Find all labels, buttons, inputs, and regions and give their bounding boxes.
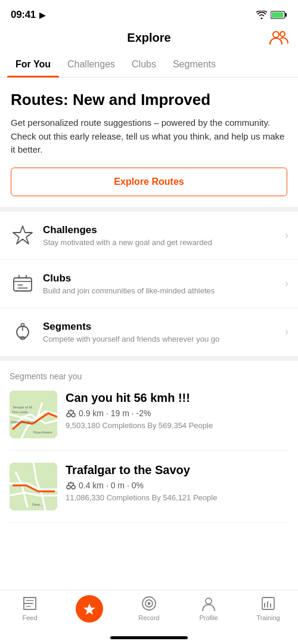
tab-clubs[interactable]: Clubs bbox=[123, 52, 164, 77]
feature-item-challenges[interactable]: Challenges Stay motivated with a new goa… bbox=[0, 212, 298, 260]
location-arrow-icon: ▶ bbox=[39, 11, 45, 20]
tab-for-you[interactable]: For You bbox=[7, 52, 59, 77]
svg-point-16 bbox=[67, 413, 70, 417]
routes-section: Routes: New and Improved Get personalize… bbox=[0, 78, 298, 212]
community-icon[interactable] bbox=[269, 29, 288, 47]
segment-title-2: Trafalgar to the Savoy bbox=[66, 463, 288, 477]
tab-challenges[interactable]: Challenges bbox=[59, 52, 123, 77]
tabs: For You Challenges Clubs Segments bbox=[0, 52, 298, 78]
battery-icon bbox=[271, 11, 287, 19]
svg-point-17 bbox=[72, 413, 75, 417]
wifi-icon bbox=[256, 11, 267, 19]
svg-rect-2 bbox=[272, 13, 284, 18]
svg-text:Temple of M: Temple of M bbox=[13, 405, 32, 409]
segment-info-1: Can you hit 56 kmh !!! 0.9 km · 19 m · -… bbox=[57, 391, 288, 430]
status-bar: 09:41 ▶ bbox=[0, 0, 298, 26]
status-icons bbox=[256, 11, 287, 19]
svg-rect-6 bbox=[14, 278, 32, 291]
record-label: Record bbox=[138, 614, 159, 621]
routes-title: Routes: New and Improved bbox=[11, 91, 287, 109]
header: Explore bbox=[0, 26, 298, 52]
segments-icon bbox=[10, 319, 36, 345]
clubs-icon bbox=[10, 271, 36, 297]
segment-card-2[interactable]: Deep... Trafalgar to the Savoy 0.4 km · … bbox=[10, 463, 288, 523]
segment-stats-1: 0.9 km · 19 m · -2% bbox=[66, 408, 288, 418]
feature-item-clubs[interactable]: Clubs Build and join communities of like… bbox=[0, 260, 298, 308]
svg-marker-23 bbox=[83, 603, 95, 615]
explore-icon bbox=[76, 595, 103, 623]
segment-card-1[interactable]: Temple of M The Londo... Millennium Brid… bbox=[10, 391, 288, 451]
profile-label: Profile bbox=[199, 614, 218, 621]
svg-point-27 bbox=[206, 598, 212, 604]
segments-chevron-icon: › bbox=[285, 326, 288, 338]
svg-point-21 bbox=[67, 485, 70, 489]
segment-info-2: Trafalgar to the Savoy 0.4 km · 0 m · 0%… bbox=[57, 463, 288, 502]
record-icon bbox=[141, 595, 157, 612]
segments-near-you-label: Segments near you bbox=[10, 371, 288, 381]
svg-text:Deep...: Deep... bbox=[32, 503, 43, 506]
svg-rect-1 bbox=[285, 13, 287, 17]
routes-description: Get personalized route suggestions – pow… bbox=[11, 116, 287, 157]
segment-completions-2: 11,086,330 Completions By 546,121 People bbox=[66, 493, 288, 502]
feed-label: Feed bbox=[22, 614, 37, 621]
svg-point-22 bbox=[72, 485, 75, 489]
segments-text: Segments Compete with yourself and frien… bbox=[36, 321, 285, 343]
explore-routes-button[interactable]: Explore Routes bbox=[11, 168, 287, 196]
main-content: Explore For You Challenges Clubs Segment… bbox=[0, 26, 298, 589]
segment-stats-2: 0.4 km · 0 m · 0% bbox=[66, 481, 288, 490]
feature-list: Challenges Stay motivated with a new goa… bbox=[0, 212, 298, 361]
nav-item-record[interactable]: Record bbox=[119, 595, 179, 632]
challenges-icon bbox=[10, 222, 36, 249]
profile-icon bbox=[200, 595, 217, 612]
nav-item-explore[interactable]: Explore bbox=[60, 595, 119, 632]
svg-marker-5 bbox=[13, 226, 32, 244]
status-time: 09:41 ▶ bbox=[11, 9, 45, 21]
svg-text:Rose theatre: Rose theatre bbox=[33, 431, 52, 434]
segment-map-2: Deep... bbox=[10, 463, 57, 510]
training-icon bbox=[260, 595, 277, 612]
svg-point-26 bbox=[148, 602, 151, 605]
nav-item-profile[interactable]: Profile bbox=[179, 595, 238, 632]
clubs-chevron-icon: › bbox=[285, 277, 288, 290]
nav-item-feed[interactable]: Feed bbox=[0, 595, 60, 632]
clubs-text: Clubs Build and join communities of like… bbox=[36, 273, 285, 295]
bottom-nav: Feed Explore Record Profile bbox=[0, 590, 298, 644]
svg-point-3 bbox=[273, 32, 279, 38]
svg-point-4 bbox=[280, 32, 285, 36]
page-title: Explore bbox=[127, 31, 170, 45]
segments-near-you-section: Segments near you Temple of M The Londo.… bbox=[0, 361, 298, 523]
segment-map-1: Temple of M The Londo... Millennium Brid… bbox=[10, 391, 57, 438]
feed-icon bbox=[21, 595, 38, 612]
svg-text:The Londo...: The Londo... bbox=[12, 410, 30, 414]
challenges-text: Challenges Stay motivated with a new goa… bbox=[36, 224, 285, 247]
feature-item-segments[interactable]: Segments Compete with yourself and frien… bbox=[0, 308, 298, 356]
challenges-chevron-icon: › bbox=[285, 229, 288, 242]
tab-segments[interactable]: Segments bbox=[164, 52, 224, 77]
nav-item-training[interactable]: Training bbox=[238, 595, 298, 632]
svg-text:Millennium Bridge: Millennium Bridge bbox=[11, 420, 37, 424]
segment-title-1: Can you hit 56 kmh !!! bbox=[66, 391, 288, 405]
segment-completions-1: 9,503,180 Completions By 569,354 People bbox=[66, 421, 288, 430]
explore-label: Explore bbox=[78, 625, 100, 632]
training-label: Training bbox=[256, 614, 280, 621]
